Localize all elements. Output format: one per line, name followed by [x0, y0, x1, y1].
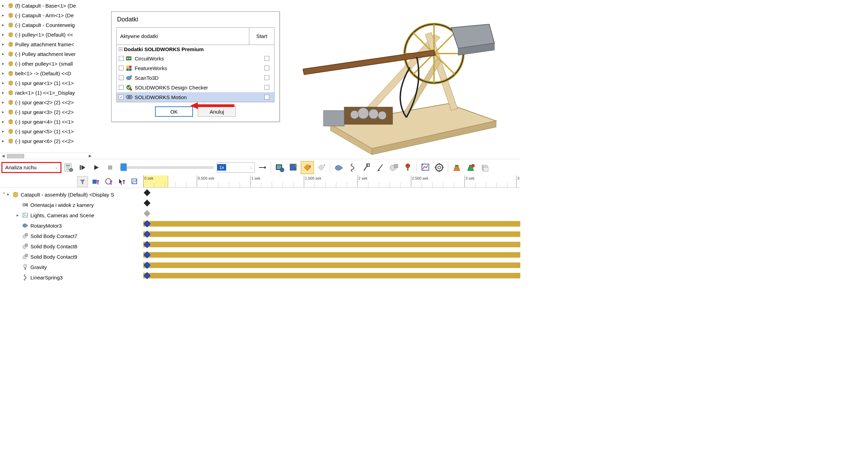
- results-plot-button[interactable]: Y: [419, 161, 432, 174]
- motion-study-properties-button[interactable]: [433, 161, 446, 174]
- svg-rect-109: [455, 165, 459, 166]
- timeline-track[interactable]: [143, 208, 520, 219]
- tree-item[interactable]: ▸(-) Catapult - Counterweig: [0, 20, 93, 30]
- tree-item[interactable]: ▸(-) Catapult - Arm<1> (De: [0, 10, 93, 20]
- model-preview-image: [303, 10, 510, 156]
- timeline-tree-item[interactable]: ⌃▾Catapult - assembly (Default) <Display…: [0, 189, 143, 200]
- svg-point-72: [67, 169, 68, 170]
- motor-button[interactable]: [332, 161, 345, 174]
- svg-line-94: [378, 164, 383, 170]
- filter-button[interactable]: [77, 176, 88, 187]
- cancel-button[interactable]: Anuluj: [198, 106, 236, 117]
- keyframe-diamond[interactable]: [144, 189, 151, 196]
- filter-driving-button[interactable]: [103, 176, 114, 187]
- svg-marker-80: [264, 166, 266, 169]
- addin-row[interactable]: SOLIDWORKS Design Checker: [117, 83, 274, 92]
- keyframe-diamond[interactable]: [144, 210, 151, 217]
- timeline-ruler[interactable]: 0 sek0.500 sek1 sek1.500 sek2 sek2.500 s…: [143, 175, 520, 188]
- tree-item[interactable]: ▸Pulley attachment frame<: [0, 39, 93, 49]
- calculate-button[interactable]: [62, 161, 75, 174]
- addin-active-checkbox[interactable]: [119, 85, 124, 90]
- timeline-tree-item[interactable]: Solid Body Contact9: [0, 251, 143, 262]
- play-from-start-button[interactable]: [76, 161, 89, 174]
- tree-item[interactable]: ▸(-) spur gear<1> (1) <<1>: [0, 78, 93, 88]
- contact-button[interactable]: [387, 161, 401, 174]
- play-button[interactable]: [90, 161, 103, 174]
- force-button[interactable]: [374, 161, 387, 174]
- timeline-track[interactable]: [143, 198, 520, 208]
- addin-active-checkbox[interactable]: ✓: [119, 95, 124, 99]
- tree-item[interactable]: ▸belt<1> -> (Default) <<D: [0, 68, 93, 78]
- svg-rect-132: [25, 254, 28, 257]
- timeline-tree-item[interactable]: Solid Body Contact8: [0, 241, 143, 251]
- tree-item[interactable]: ▸(-) other pulley<1> (small: [0, 59, 93, 68]
- timeline-track[interactable]: [143, 270, 520, 281]
- add-key-button[interactable]: +: [315, 161, 328, 174]
- save-animation-button[interactable]: [273, 161, 286, 174]
- gravity-icon: [21, 264, 29, 270]
- addin-start-checkbox[interactable]: [264, 95, 269, 99]
- keyframe-diamond[interactable]: [144, 200, 151, 207]
- svg-rect-78: [108, 165, 112, 170]
- filter-selected-button[interactable]: [116, 176, 127, 187]
- graphics-viewport[interactable]: Dodatki Aktywne dodatki Start − Dodatki …: [93, 0, 520, 159]
- timeline-tree-panel: ⌃▾Catapult - assembly (Default) <Display…: [0, 175, 143, 281]
- animation-wizard-button[interactable]: [287, 161, 300, 174]
- gravity-button[interactable]: [401, 161, 414, 174]
- addin-icon: [126, 65, 133, 71]
- ok-button[interactable]: OK: [155, 106, 193, 117]
- tree-item[interactable]: ▸(-) spur gear<3> (2) <<2>: [0, 107, 93, 117]
- playback-mode-button[interactable]: [255, 161, 269, 174]
- sim-results-button[interactable]: [464, 161, 477, 174]
- addin-start-checkbox[interactable]: [264, 66, 269, 70]
- timeline-track[interactable]: [143, 219, 520, 229]
- tree-horizontal-scrollbar[interactable]: ◀ ▶: [0, 153, 93, 159]
- sim-setup-button[interactable]: [450, 161, 463, 174]
- autokey-button[interactable]: [301, 161, 314, 174]
- tree-item[interactable]: ▸rack<1> (1) <<1>_Display: [0, 88, 93, 97]
- filter-results-button[interactable]: [129, 176, 141, 187]
- tree-item[interactable]: ▸(-) Pulley attachment lever: [0, 49, 93, 59]
- svg-point-83: [280, 168, 284, 172]
- tree-item[interactable]: ▸(-) spur gear<4> (1) <<1>: [0, 117, 93, 126]
- addin-row[interactable]: CircuitWorks: [117, 54, 274, 63]
- addin-active-checkbox[interactable]: [119, 56, 124, 61]
- playback-speed-select[interactable]: 1x ⌄: [217, 162, 255, 173]
- timeline-tree-item[interactable]: Orientacja i widok z kamery: [0, 200, 143, 210]
- timeline-tree-item[interactable]: RotaryMotor3: [0, 220, 143, 231]
- timeline-track[interactable]: [143, 260, 520, 270]
- addin-active-checkbox[interactable]: [119, 66, 124, 70]
- timeline-tree-item[interactable]: ▸Lights, Cameras and Scene: [0, 210, 143, 220]
- motion-study-type-select[interactable]: Analiza ruchu⌄: [1, 162, 61, 173]
- tree-item[interactable]: ▸(-) pulley<1> (Default) <<: [0, 30, 93, 39]
- mass-properties-button[interactable]: [478, 161, 491, 174]
- addin-start-checkbox[interactable]: [264, 75, 269, 80]
- addins-group-header[interactable]: − Dodatki SOLIDWORKS Premium: [117, 45, 274, 54]
- svg-point-66: [378, 111, 386, 120]
- addin-active-checkbox[interactable]: [119, 75, 124, 80]
- addin-row[interactable]: FeatureWorks: [117, 63, 274, 73]
- svg-point-65: [369, 109, 378, 119]
- tree-item[interactable]: ▸(-) spur gear<5> (1) <<1>: [0, 126, 93, 136]
- timeline-track[interactable]: [143, 250, 520, 260]
- stop-button[interactable]: [104, 161, 117, 174]
- addin-row[interactable]: ✓SOLIDWORKS Motion: [117, 92, 274, 102]
- time-slider-thumb[interactable]: [120, 163, 127, 171]
- filter-animated-button[interactable]: [90, 176, 101, 187]
- assembly-icon: [12, 191, 19, 198]
- time-slider[interactable]: [120, 166, 213, 169]
- damper-button[interactable]: [360, 161, 373, 174]
- addin-start-checkbox[interactable]: [264, 85, 269, 90]
- tree-item[interactable]: ▸(-) spur gear<6> (2) <<2>: [0, 136, 93, 146]
- timeline-tree-item[interactable]: Solid Body Contact7: [0, 231, 143, 241]
- addin-start-checkbox[interactable]: [264, 56, 269, 61]
- timeline-tree-item[interactable]: LinearSpring3: [0, 272, 143, 281]
- tree-item[interactable]: ▸(-) spur gear<2> (2) <<2>: [0, 97, 93, 107]
- tree-item[interactable]: ▸(f) Catapult - Base<1> (De: [0, 1, 93, 10]
- timeline-track[interactable]: [143, 239, 520, 250]
- timeline-tree-item[interactable]: Gravity: [0, 262, 143, 272]
- timeline-track[interactable]: [143, 188, 520, 198]
- addin-row[interactable]: ScanTo3D: [117, 73, 274, 83]
- spring-button[interactable]: [346, 161, 359, 174]
- timeline-track[interactable]: [143, 229, 520, 239]
